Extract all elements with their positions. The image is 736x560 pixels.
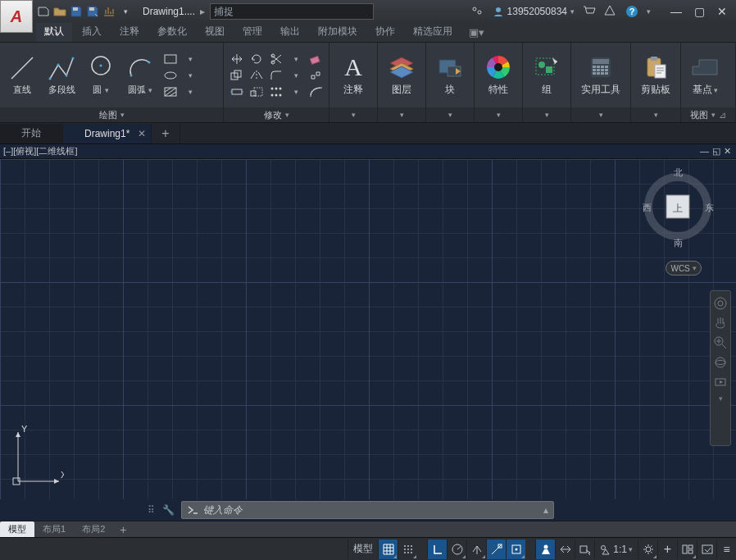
status-isodraft-icon[interactable] [466,540,486,559]
open-file-icon[interactable] [52,4,67,19]
ribbon-tab-manage[interactable]: 管理 [234,21,270,42]
tab-layout2[interactable]: 布局2 [74,521,113,537]
ribbon-tab-addin[interactable]: 附加模块 [310,21,366,42]
panel-utility-footer[interactable]: ▾ [571,107,630,122]
tool-rectangle-drop[interactable]: ▾ [182,52,198,66]
tool-rectangle[interactable] [162,52,179,66]
status-snap-icon[interactable] [398,540,417,559]
tool-mirror[interactable] [248,68,265,83]
ribbon-tab-output[interactable]: 输出 [272,21,308,42]
ribbon-tab-featured[interactable]: 精选应用 [405,21,461,42]
panel-group-footer[interactable]: ▾ [523,107,570,122]
ribbon-expand-icon[interactable]: ▣▾ [469,26,484,39]
status-ortho-icon[interactable] [427,540,447,559]
status-cleanscreen-icon[interactable] [677,540,697,559]
command-input[interactable]: 键入命令 ▴ [181,501,554,519]
save-icon[interactable] [69,4,84,19]
tool-copy[interactable] [229,68,245,83]
tool-explode[interactable] [307,68,324,83]
panel-draw-footer[interactable]: 绘图▾ [0,107,223,122]
maximize-button[interactable]: ▢ [690,5,708,18]
close-tab-icon[interactable]: ✕ [138,128,146,139]
drawing-canvas[interactable]: X Y 上 北 东 南 西 WCS ▾ ▾ [0,159,736,499]
tool-stretch[interactable] [229,84,245,99]
tool-utility[interactable]: 实用工具 [576,52,625,98]
status-gear-icon[interactable] [638,540,657,559]
status-polar-icon[interactable] [447,540,466,559]
nav-showmotion-icon[interactable] [713,375,728,389]
tool-basepoint[interactable]: 基点 ▾ [686,52,724,98]
nav-fullnav-icon[interactable] [713,296,728,311]
vp-minimize-icon[interactable]: — [700,146,709,157]
ribbon-tab-parametric[interactable]: 参数化 [149,21,195,42]
help-icon[interactable]: ? [625,5,638,18]
panel-block-footer[interactable]: ▾ [426,107,474,122]
ribbon-tab-view[interactable]: 视图 [197,21,233,42]
status-customize-icon[interactable] [697,540,716,559]
new-file-icon[interactable] [36,4,51,19]
ribbon-tab-annotate[interactable]: 注释 [111,21,148,42]
tool-text[interactable]: A 注释 [334,52,372,98]
vp-restore-icon[interactable]: ◱ [712,146,720,157]
tool-ellipse-drop[interactable]: ▾ [182,68,198,83]
panel-layer-footer[interactable]: ▾ [378,107,425,122]
close-button[interactable]: ✕ [713,5,731,18]
viewport-controls[interactable]: [–][俯视][二维线框] [3,145,77,157]
user-profile[interactable]: 13952050834 ▾ [493,6,575,17]
tool-fillet[interactable] [268,68,284,83]
tool-hatch-drop[interactable]: ▾ [182,84,198,99]
tool-erase[interactable] [307,52,324,66]
cmd-customize-icon[interactable]: 🔧 [162,504,175,516]
panel-props-footer[interactable]: ▾ [475,107,522,122]
status-selection-icon[interactable] [575,540,594,559]
file-tab-start[interactable]: 开始 [0,124,63,143]
connectivity-icon[interactable] [471,5,484,18]
status-add-icon[interactable]: + [657,540,677,559]
tool-line[interactable]: 直线 [5,52,39,98]
panel-clipboard-footer[interactable]: ▾ [631,107,680,122]
tool-group[interactable]: 组 [528,52,566,98]
tool-hatch[interactable] [162,84,179,99]
wcs-badge[interactable]: WCS ▾ [666,261,702,275]
tool-ellipse[interactable] [162,68,179,83]
panel-view-footer[interactable]: 视图▾ ⊿ [681,107,735,122]
tool-properties[interactable]: 特性 [479,52,517,98]
save-as-icon[interactable] [85,4,100,19]
status-transparency-icon[interactable] [555,540,575,559]
tool-arc[interactable]: 圆弧 ▾ [123,52,157,98]
tool-rotate[interactable] [248,52,265,66]
help-dropdown-icon[interactable]: ▾ [647,7,651,16]
file-tab-drawing1[interactable]: Drawing1*✕ [63,124,152,143]
ribbon-tab-insert[interactable]: 插入 [74,21,110,42]
status-grid-icon[interactable] [378,540,398,559]
nav-pan-icon[interactable] [713,316,728,330]
app-store-icon[interactable] [604,5,617,18]
ribbon-tab-collab[interactable]: 协作 [367,21,403,42]
nav-zoom-icon[interactable] [713,335,728,350]
plot-icon[interactable] [102,4,116,19]
tool-paste[interactable]: 剪贴板 [636,52,675,98]
tool-trim[interactable] [268,52,284,66]
panel-annotate-footer[interactable]: ▾ [329,107,377,122]
tool-circle[interactable]: 圆 ▾ [84,52,118,98]
tool-insert-block[interactable]: 块 [431,52,469,98]
cmd-drag-handle[interactable]: ⠿ [148,504,156,516]
status-model-button[interactable]: 模型 [348,540,378,559]
cmd-history-icon[interactable]: ▴ [543,504,548,516]
view-cube[interactable]: 上 北 东 南 西 [641,166,715,256]
status-annoscale[interactable]: 1:1▾ [594,540,638,559]
tool-array[interactable] [268,84,284,99]
tab-layout1[interactable]: 布局1 [34,521,74,537]
navigation-bar[interactable]: ▾ [710,290,731,446]
new-tab-button[interactable]: + [152,124,179,143]
vp-close-icon[interactable]: ✕ [724,146,731,157]
status-lineweight-icon[interactable] [535,540,555,559]
cart-icon[interactable] [583,5,596,18]
ribbon-tab-default[interactable]: 默认 [36,21,72,42]
add-layout-button[interactable]: + [113,521,133,538]
tool-move[interactable] [229,52,245,66]
status-hamburger-icon[interactable]: ≡ [716,540,736,559]
tool-layer-properties[interactable]: 图层 [383,52,420,98]
tool-scale[interactable] [248,84,265,99]
tool-offset[interactable] [307,84,324,99]
